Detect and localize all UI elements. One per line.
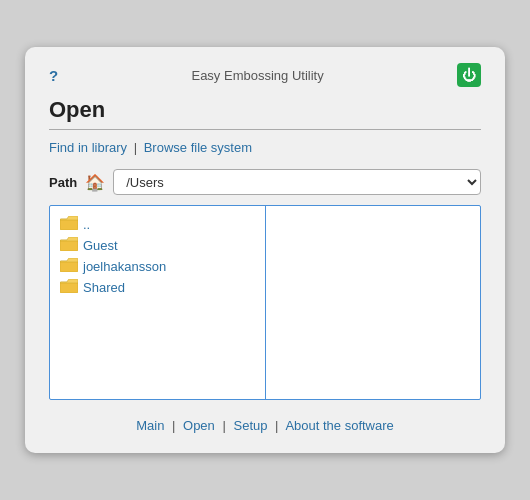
bottom-nav-setup[interactable]: Setup xyxy=(233,418,267,433)
file-item-name: Shared xyxy=(83,280,125,295)
list-item[interactable]: joelhakansson xyxy=(58,256,257,277)
file-item-name: joelhakansson xyxy=(83,259,166,274)
list-item[interactable]: .. xyxy=(58,214,257,235)
folder-icon xyxy=(60,216,78,233)
file-pane-left: .. Guest joelhakansson Shared xyxy=(50,206,266,399)
folder-icon xyxy=(60,279,78,296)
bottom-nav: Main | Open | Setup | About the software xyxy=(49,418,481,433)
browse-file-system-link[interactable]: Browse file system xyxy=(144,140,252,155)
list-item[interactable]: Shared xyxy=(58,277,257,298)
svg-rect-3 xyxy=(60,282,78,293)
home-icon[interactable]: 🏠 xyxy=(85,173,105,192)
svg-rect-1 xyxy=(60,240,78,251)
title-bar: ? Easy Embossing Utility ⏻ xyxy=(49,63,481,87)
list-item[interactable]: Guest xyxy=(58,235,257,256)
path-label: Path xyxy=(49,175,77,190)
file-item-name: .. xyxy=(83,217,90,232)
help-button[interactable]: ? xyxy=(49,67,58,84)
file-pane-right xyxy=(266,206,481,399)
file-panes: .. Guest joelhakansson Shared xyxy=(49,205,481,400)
app-title: Easy Embossing Utility xyxy=(191,68,323,83)
file-item-name: Guest xyxy=(83,238,118,253)
page-title: Open xyxy=(49,97,481,123)
svg-rect-2 xyxy=(60,261,78,272)
bottom-nav-about[interactable]: About the software xyxy=(285,418,393,433)
svg-rect-0 xyxy=(60,219,78,230)
bottom-nav-sep1: | xyxy=(172,418,175,433)
folder-icon xyxy=(60,258,78,275)
path-row: Path 🏠 /Users xyxy=(49,169,481,195)
bottom-nav-sep3: | xyxy=(275,418,278,433)
nav-links: Find in library | Browse file system xyxy=(49,140,481,155)
title-divider xyxy=(49,129,481,130)
bottom-nav-open[interactable]: Open xyxy=(183,418,215,433)
find-in-library-link[interactable]: Find in library xyxy=(49,140,127,155)
path-select[interactable]: /Users xyxy=(113,169,481,195)
bottom-nav-main[interactable]: Main xyxy=(136,418,164,433)
main-window: ? Easy Embossing Utility ⏻ Open Find in … xyxy=(25,47,505,453)
power-button[interactable]: ⏻ xyxy=(457,63,481,87)
bottom-nav-sep2: | xyxy=(222,418,225,433)
nav-separator-1: | xyxy=(134,140,137,155)
folder-icon xyxy=(60,237,78,254)
